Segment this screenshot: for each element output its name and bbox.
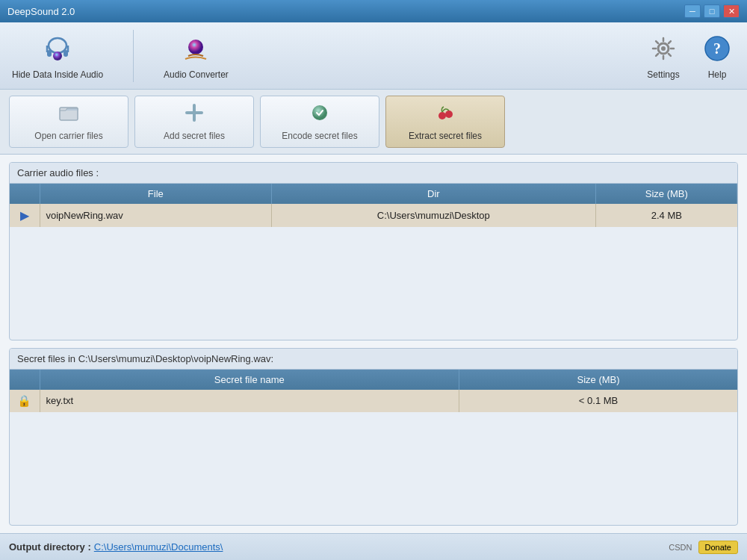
- toolbar-audio-converter[interactable]: Audio Converter: [164, 31, 229, 80]
- carrier-col-icon: [10, 184, 40, 204]
- output-dir-label: Output directory :: [9, 541, 91, 553]
- tab-open-carrier-icon: [58, 102, 79, 128]
- secret-row-name: key.txt: [40, 390, 459, 412]
- output-directory: Output directory : C:\Users\mumuzi\Docum…: [9, 541, 223, 553]
- carrier-panel-title: Carrier audio files :: [10, 163, 737, 184]
- svg-point-6: [188, 40, 203, 55]
- toolbar-settings[interactable]: Settings: [645, 31, 681, 80]
- toolbar-help[interactable]: ? Help: [699, 31, 735, 80]
- carrier-empty-row-2: [10, 249, 737, 272]
- tab-extract-secret[interactable]: Extract secret files: [385, 96, 505, 148]
- tab-encode-secret-icon: [309, 102, 330, 128]
- tab-encode-secret-label: Encode secret files: [282, 131, 357, 141]
- carrier-empty-row-1: [10, 227, 737, 249]
- toolbar-right: Settings ? Help: [645, 31, 735, 80]
- secret-panel-title: Secret files in C:\Users\mumuzi\Desktop\…: [10, 349, 737, 370]
- svg-line-15: [669, 41, 671, 43]
- secret-empty-row-2: [10, 435, 737, 457]
- carrier-table-header: File Dir Size (MB): [10, 184, 737, 204]
- maximize-button[interactable]: □: [704, 4, 720, 18]
- carrier-table: File Dir Size (MB) ▶ voipNewRing.wav C:\…: [10, 184, 737, 317]
- settings-label: Settings: [647, 69, 679, 80]
- svg-point-5: [53, 52, 62, 60]
- audio-converter-icon: [178, 31, 214, 66]
- main-window: Hide Data Inside Audio: [0, 22, 747, 560]
- bottom-bar: Output directory : C:\Users\mumuzi\Docum…: [0, 533, 747, 560]
- help-icon: ?: [699, 31, 735, 66]
- tab-open-carrier[interactable]: Open carrier files: [9, 96, 128, 148]
- secret-row-size: < 0.1 MB: [459, 390, 737, 412]
- carrier-panel: Carrier audio files : File Dir Size (MB)…: [9, 162, 738, 340]
- carrier-empty-row-3: [10, 272, 737, 294]
- secret-col-icon: [10, 370, 40, 390]
- lock-icon: 🔒: [17, 394, 31, 407]
- hide-data-label: Hide Data Inside Audio: [12, 69, 103, 80]
- tab-add-secret-label: Add secret files: [164, 131, 225, 141]
- carrier-empty-row-4: [10, 294, 737, 317]
- svg-point-23: [438, 112, 446, 119]
- carrier-row-dir: C:\Users\mumuzi\Desktop: [272, 204, 596, 227]
- carrier-row-size: 2.4 MB: [595, 204, 737, 227]
- svg-point-22: [312, 105, 327, 120]
- title-bar: DeepSound 2.0 ─ □ ✕: [0, 0, 747, 22]
- secret-empty-row-1: [10, 412, 737, 435]
- secret-table-row[interactable]: 🔒 key.txt < 0.1 MB: [10, 390, 737, 412]
- play-icon: ▶: [20, 209, 29, 222]
- donate-button[interactable]: Donate: [698, 541, 738, 554]
- hide-data-icon: [40, 31, 75, 66]
- audio-converter-label: Audio Converter: [164, 69, 229, 80]
- secret-row-icon: 🔒: [10, 390, 40, 412]
- app-title: DeepSound 2.0: [7, 6, 75, 17]
- carrier-col-dir: Dir: [272, 184, 596, 204]
- tab-row: Open carrier files Add secret files: [0, 90, 747, 155]
- secret-panel: Secret files in C:\Users\mumuzi\Desktop\…: [9, 348, 738, 526]
- tab-add-secret-icon: [184, 102, 205, 128]
- carrier-col-file: File: [40, 184, 272, 204]
- content-area: Carrier audio files : File Dir Size (MB)…: [0, 155, 747, 533]
- tab-open-carrier-label: Open carrier files: [34, 131, 102, 141]
- csdn-text: CSDN: [669, 543, 692, 552]
- carrier-row-icon: ▶: [10, 204, 40, 227]
- secret-empty-row-3: [10, 457, 737, 479]
- tab-add-secret[interactable]: Add secret files: [134, 96, 254, 148]
- secret-table-header: Secret file name Size (MB): [10, 370, 737, 390]
- minimize-button[interactable]: ─: [684, 4, 701, 18]
- toolbar-divider: [133, 30, 134, 82]
- carrier-row-file: voipNewRing.wav: [40, 204, 272, 227]
- svg-line-13: [656, 41, 658, 43]
- tab-extract-secret-icon: [435, 102, 456, 128]
- tab-extract-secret-label: Extract secret files: [409, 131, 482, 141]
- toolbar: Hide Data Inside Audio: [0, 22, 747, 90]
- svg-line-14: [669, 54, 671, 56]
- svg-point-0: [49, 38, 66, 53]
- toolbar-hide-data[interactable]: Hide Data Inside Audio: [12, 31, 103, 80]
- window-controls: ─ □ ✕: [684, 4, 740, 18]
- svg-line-16: [656, 54, 658, 56]
- settings-icon: [645, 31, 681, 66]
- svg-point-8: [661, 46, 666, 51]
- svg-point-24: [445, 111, 453, 118]
- tab-encode-secret[interactable]: Encode secret files: [260, 96, 379, 148]
- secret-table: Secret file name Size (MB) 🔒 key.txt < 0…: [10, 370, 737, 479]
- carrier-col-size: Size (MB): [595, 184, 737, 204]
- secret-col-size: Size (MB): [459, 370, 737, 390]
- secret-col-name: Secret file name: [40, 370, 459, 390]
- bottom-right: CSDN Donate: [669, 541, 738, 554]
- help-label: Help: [708, 69, 727, 80]
- svg-text:?: ?: [713, 40, 721, 57]
- carrier-table-row[interactable]: ▶ voipNewRing.wav C:\Users\mumuzi\Deskto…: [10, 204, 737, 227]
- close-button[interactable]: ✕: [723, 4, 740, 18]
- output-dir-path[interactable]: C:\Users\mumuzi\Documents\: [94, 541, 223, 553]
